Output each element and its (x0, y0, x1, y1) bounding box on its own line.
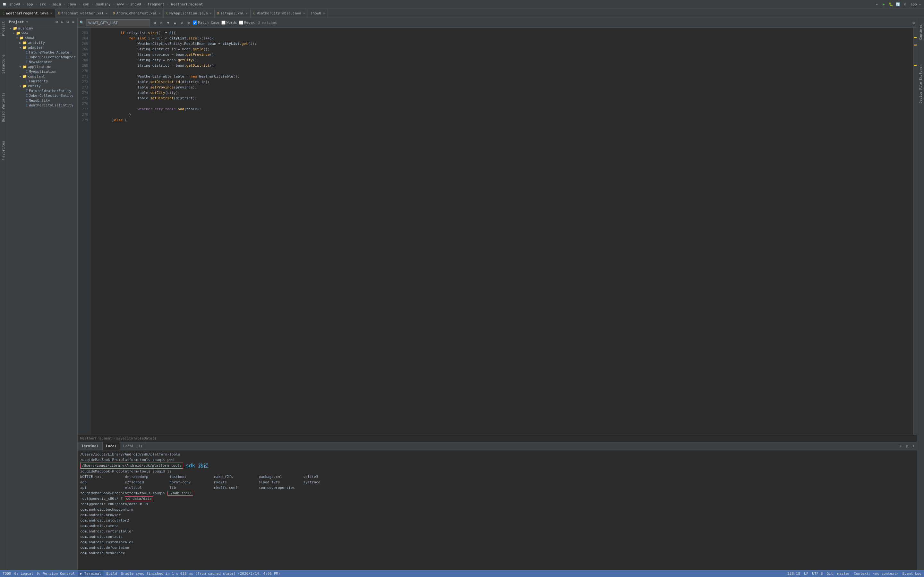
device-file-explorer-icon[interactable]: Device File Explorer (918, 63, 923, 105)
tree-item-my-application[interactable]: ▶ C MyApplication (7, 69, 78, 74)
tree-item-joker-collection-adapter[interactable]: ▶ C JokerCollectionAdapter (7, 55, 78, 60)
tree-item-news-entity[interactable]: ▶ C NewsEntity (7, 98, 78, 103)
terminal-maximize-btn[interactable]: ⬆ (911, 443, 916, 449)
tree-item-entity[interactable]: ▾ 📁 entity (7, 84, 78, 89)
breadcrumb-java[interactable]: java (67, 2, 78, 6)
tab-close-btn[interactable]: × (246, 11, 248, 15)
status-logcat[interactable]: 6: Logcat (15, 572, 34, 576)
breadcrumb-fragment[interactable]: fragment (147, 2, 166, 6)
tab-close-btn[interactable]: × (105, 11, 107, 15)
sidebar-settings-icon[interactable]: ⚙ (55, 19, 59, 24)
tree-item-activity[interactable]: ▶ 📁 activity (7, 40, 78, 45)
sidebar-collapse-icon[interactable]: ⊟ (66, 19, 70, 24)
tab-icon-java: C (166, 11, 168, 15)
tab-close-btn[interactable]: × (323, 11, 325, 15)
breadcrumb-method[interactable]: saveCityTableData() (116, 436, 157, 440)
breadcrumb-com[interactable]: com (82, 2, 90, 6)
tree-item-weather-city-list-entity[interactable]: ▶ C WeatherCityListEntity (7, 103, 78, 108)
tree-item-adapter[interactable]: ▾ 📁 adapter (7, 45, 78, 50)
sync-icon[interactable]: 🔄 (895, 2, 901, 7)
status-left: TODO 6: Logcat 9: Version Control ▶ Term… (3, 571, 117, 576)
words-option[interactable]: Words (221, 21, 237, 25)
regex-checkbox[interactable] (239, 21, 243, 25)
code-content[interactable]: if (cityList.size() != 0){ for (int i = … (91, 27, 913, 435)
search-prev-btn[interactable]: ◀ (152, 20, 157, 26)
main-content: Project Structure Build Variants Favorit… (0, 18, 924, 570)
terminal-settings-btn[interactable]: ⚙ (905, 443, 909, 449)
settings-icon[interactable]: ⚙ (903, 2, 908, 7)
status-build[interactable]: Build (107, 572, 117, 576)
search-close-btn[interactable]: ✕ (159, 20, 164, 26)
tab-close-btn[interactable]: × (50, 11, 52, 15)
search-next-btn[interactable]: ▼ (166, 20, 170, 26)
breadcrumb-weather-fragment[interactable]: WeatherFragment (170, 2, 204, 6)
terminal-line: api etcltool lib mke2fs.conf source.prop… (80, 485, 914, 490)
tree-item-joker-collection-entity[interactable]: ▶ C JokerCollectionEntity (7, 93, 78, 98)
tree-item-showu[interactable]: ▾ 📁 showU (7, 35, 78, 40)
sidebar-config-icon[interactable]: ≡ (71, 19, 75, 24)
search-panel-close[interactable]: ✕ (913, 20, 915, 25)
tree-item-future-weather-adapter[interactable]: ▶ C FutureWeatherAdapter (7, 50, 78, 55)
breadcrumb-showu2[interactable]: showU (129, 2, 142, 6)
code-editor[interactable]: 263 264 265 266 267 268 269 270 271 272 … (78, 27, 917, 435)
tab-weather-city-table[interactable]: C WeatherCityTable.java × (250, 9, 308, 18)
status-event-log[interactable]: Event Log (902, 572, 921, 576)
status-todo[interactable]: TODO (3, 572, 11, 576)
favorites-icon[interactable]: Favorites (1, 139, 6, 162)
tree-item-constant[interactable]: ▾ 📁 constant (7, 74, 78, 79)
tab-litepal-xml[interactable]: X litepal.xml × (215, 9, 251, 18)
terminal-add-btn[interactable]: + (898, 443, 903, 449)
status-position[interactable]: 258:18 (787, 572, 800, 576)
tab-close-btn[interactable]: × (159, 11, 161, 15)
status-version-control[interactable]: 9: Version Control (37, 572, 75, 576)
app-selector[interactable]: app ▾ (909, 2, 922, 6)
tree-item-mushiny[interactable]: ▾ 📁 mushiny (7, 26, 78, 31)
terminal-tab-local[interactable]: Local (103, 442, 120, 450)
search-input[interactable] (86, 19, 150, 26)
breadcrumb-app[interactable]: app (26, 2, 34, 6)
breadcrumb-showU[interactable]: showU (8, 2, 21, 6)
breadcrumb-main[interactable]: main (52, 2, 62, 6)
status-terminal[interactable]: ▶ Terminal (78, 571, 103, 576)
search-more-btn[interactable]: ⊕ (179, 20, 184, 26)
app-icon: 🔲 (2, 2, 7, 7)
status-git[interactable]: Git: master (827, 572, 850, 576)
terminal-line: com.android.backupconfirm (80, 507, 914, 512)
debug-icon[interactable]: 🐛 (888, 2, 893, 7)
breadcrumb-mushiny[interactable]: mushiny (95, 2, 111, 6)
build-variants-icon[interactable]: Build Variants (1, 90, 6, 124)
left-icon-strip: Project Structure Build Variants Favorit… (0, 18, 7, 570)
tab-my-application[interactable]: C MyApplication.java × (164, 9, 215, 18)
tab-fragment-weather-xml[interactable]: X fragment_weather.xml × (55, 9, 110, 18)
words-checkbox[interactable] (221, 21, 226, 25)
tab-weather-fragment-java[interactable]: C WeatherFragment.java × (0, 9, 55, 18)
breadcrumb-class[interactable]: WeatherFragment (80, 436, 112, 440)
search-filter-btn[interactable]: ⊛ (186, 20, 191, 26)
sidebar-expand-icon[interactable]: ⊞ (60, 19, 64, 24)
tree-item-constants[interactable]: ▶ C Constants (7, 79, 78, 84)
back-icon[interactable]: ⬅ (874, 2, 879, 7)
terminal-tab-local-1[interactable]: Local (1) (120, 442, 146, 450)
terminal-content[interactable]: /Users/zouqi/Library/Android/sdk/platfor… (78, 450, 917, 570)
project-panel-icon[interactable]: Project (1, 19, 6, 38)
tree-item-futures-weather[interactable]: ▶ C FutureSWeatherEntity (7, 89, 78, 93)
search-up-btn[interactable]: ▲ (173, 20, 178, 26)
captures-icon[interactable]: Captures (918, 23, 923, 42)
status-lf[interactable]: LF (804, 572, 808, 576)
tab-close-btn[interactable]: × (210, 11, 212, 15)
tree-item-news-adapter[interactable]: ▶ C NewsAdapter (7, 60, 78, 64)
breadcrumb-www[interactable]: www (116, 2, 124, 6)
match-case-checkbox[interactable] (193, 21, 197, 25)
run-icon[interactable]: ▶ (881, 2, 887, 7)
tree-item-www[interactable]: ▾ 📁 www (7, 31, 78, 35)
tab-close-btn[interactable]: × (303, 11, 305, 15)
breadcrumb-src[interactable]: src (39, 2, 47, 6)
match-case-option[interactable]: Match Case (193, 21, 219, 25)
tree-item-application[interactable]: ▾ 📁 application (7, 64, 78, 69)
tab-android-manifest[interactable]: X AndroidManifest.xml × (110, 9, 164, 18)
structure-panel-icon[interactable]: Structure (1, 53, 6, 76)
tab-showu[interactable]: showU × (308, 9, 328, 18)
regex-option[interactable]: Regex (239, 21, 255, 25)
status-encoding[interactable]: UTF-8 (812, 572, 822, 576)
search-icon: 🔍 (79, 21, 84, 25)
